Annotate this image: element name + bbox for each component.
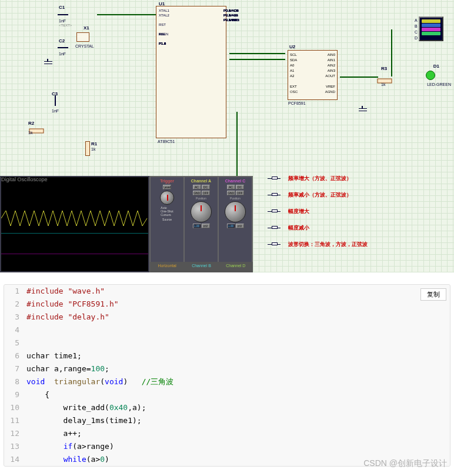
line-number: 8 (4, 375, 26, 388)
oscilloscope-probe-icon (419, 16, 443, 41)
osc-baseline-c (1, 254, 148, 254)
scope-ch-c (422, 28, 440, 31)
c2-component (58, 47, 68, 48)
crystal-component (76, 32, 89, 42)
line-content: delay_1ms(time1); (26, 414, 450, 427)
line-number: 7 (4, 362, 26, 375)
btn-amp-up[interactable] (268, 209, 281, 214)
code-line: 12 a++; (4, 427, 450, 440)
line-number: 2 (4, 298, 26, 311)
btn-freq-up-label: 频率增大（方波、正弦波） (288, 175, 352, 182)
d1-value: LED-GREEN (427, 82, 451, 86)
code-line: 6uchar time1; (4, 349, 450, 362)
osc-trigger-knob[interactable] (160, 191, 174, 205)
osc-horiz-label: Horizontal (150, 262, 184, 272)
code-line: 1#include "wave.h" (4, 285, 450, 298)
wire-bus-1 (229, 53, 285, 54)
copy-button[interactable]: 复制 (420, 288, 446, 301)
scope-ch-b (422, 24, 440, 27)
osc-trig-btns: Level (163, 185, 171, 189)
osc-pos-label-a: Position (196, 197, 206, 200)
c3-value: 1nF (52, 109, 59, 113)
osc-btn-off-c[interactable]: OFF (236, 191, 244, 195)
c1-ref: C1 (59, 5, 65, 10)
code-line: 7uchar a,range=100; (4, 362, 450, 375)
osc-trigger-title: Trigger (159, 178, 175, 184)
osc-baseline-b (1, 233, 148, 234)
osc-btn-gnd-c[interactable]: GND (227, 191, 235, 195)
d1-ref: D1 (433, 64, 439, 69)
line-content: uchar time1; (26, 349, 450, 362)
circuit-schematic: C1 1nF <TEXT> C2 1nF X1 CRYSTAL C3 1nF R… (0, 0, 454, 272)
line-number: 6 (4, 349, 26, 362)
osc-knob-c[interactable] (225, 201, 246, 222)
osc-title: Digital Oscilloscope (1, 177, 48, 182)
osc-col-trigger: Trigger Level AutoOne-ShotCursors Source (151, 177, 183, 271)
osc-col-chc: Channel C ACDC GNDOFF Position 1.00mV (219, 177, 252, 271)
line-content: #include "PCF8591.h" (26, 298, 450, 311)
osc-chb-label: Channel B (184, 262, 218, 272)
osc-btn-ac-c[interactable]: AC (227, 185, 235, 189)
osc-unit-c: mV (236, 224, 244, 228)
btn-freq-down[interactable] (268, 193, 281, 198)
c1-text: <TEXT> (59, 24, 72, 27)
line-content: a++; (26, 427, 450, 440)
c1-value: 1nF (59, 19, 66, 23)
code-line: 2#include "PCF8591.h" (4, 298, 450, 311)
r1-component (85, 141, 90, 156)
code-line: 13 if(a>range) (4, 440, 450, 453)
btn-wave-switch[interactable] (268, 242, 281, 247)
r3-ref: R3 (381, 66, 387, 71)
osc-btn-gnd-a[interactable]: GND (193, 191, 201, 195)
line-content: { (26, 388, 450, 401)
osc-btn-dc-a[interactable]: DC (202, 185, 210, 189)
osc-knob-a[interactable] (191, 201, 212, 222)
osc-btn-off-a[interactable]: OFF (202, 191, 210, 195)
osc-btn-level[interactable]: Level (163, 185, 171, 189)
osc-readout-c: 1.00 (227, 224, 235, 228)
r2-value: 1k (28, 131, 32, 135)
osc-unit-a: mV (202, 224, 210, 228)
u2-pins-left: SCLSDAA0A1A2EXTOSC (290, 52, 298, 95)
line-number: 1 (4, 285, 26, 298)
wire-bus-2 (229, 59, 285, 60)
scope-ch-d (422, 32, 440, 35)
line-content: #include "wave.h" (26, 285, 450, 298)
line-number: 14 (4, 453, 26, 466)
line-number: 13 (4, 440, 26, 453)
r2-ref: R2 (28, 121, 34, 126)
osc-btn-ac-a[interactable]: AC (193, 185, 201, 189)
x1-value: CRYSTAL (75, 44, 94, 48)
osc-chc-title: Channel C (225, 178, 246, 184)
led-component (426, 71, 435, 80)
btn-freq-up[interactable] (268, 177, 281, 181)
line-number: 10 (4, 401, 26, 414)
code-block: 复制 1#include "wave.h"2#include "PCF8591.… (4, 284, 450, 467)
line-content: void triangular(void) //三角波 (26, 375, 450, 388)
osc-readout-a: 1.00 (193, 224, 201, 228)
code-line: 4 (4, 324, 450, 337)
btn-wave-switch-label: 波形切换：三角波，方波，正弦波 (288, 241, 368, 248)
btn-amp-down[interactable] (268, 226, 281, 231)
osc-chd-label: Channel D (219, 262, 253, 272)
x1-ref: X1 (84, 25, 89, 31)
scope-ch-a (422, 19, 440, 23)
r3-value: 1k (381, 82, 385, 86)
btn-amp-up-label: 幅度增大 (288, 208, 309, 215)
line-content (26, 324, 450, 337)
osc-btn-dc-c[interactable]: DC (236, 185, 244, 189)
c3-component (55, 95, 56, 106)
u1-part: AT89C51 (158, 139, 175, 144)
line-content (26, 337, 450, 349)
osc-screen (1, 177, 148, 271)
line-content: uchar a,range=100; (26, 362, 450, 375)
osc-col-cha: Channel A ACDC GNDOFF Position 1.00mV (185, 177, 218, 271)
line-number: 4 (4, 324, 26, 337)
oscilloscope-panel: Trigger Level AutoOne-ShotCursors Source… (0, 176, 253, 272)
u2-adc: SCLSDAA0A1A2EXTOSC AIN0AIN1AIN2AIN3AOUTV… (288, 50, 338, 100)
btn-amp-down-label: 幅度减小 (288, 224, 309, 232)
wire-aout (340, 76, 378, 78)
line-number: 5 (4, 337, 26, 349)
r1-ref: R1 (91, 141, 97, 147)
wire-scope (391, 29, 392, 76)
